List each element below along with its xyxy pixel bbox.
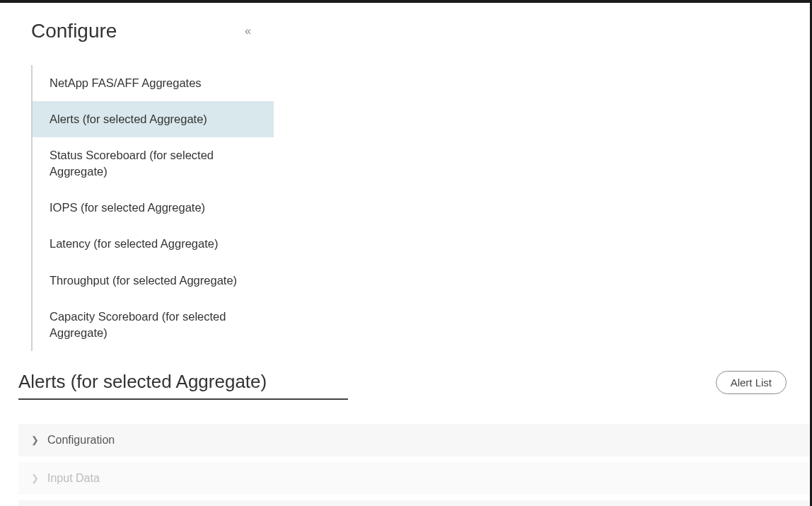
section-input-data: ❯ Input Data [18, 462, 812, 495]
main-header: Alerts (for selected Aggregate) Alert Li… [0, 371, 812, 400]
sidebar-item-throughput[interactable]: Throughput (for selected Aggregate) [33, 263, 274, 299]
sidebar-item-netapp-aggregates[interactable]: NetApp FAS/AFF Aggregates [33, 65, 274, 101]
chevron-right-icon: ❯ [31, 473, 39, 483]
section-input-transformation[interactable]: ❯ Input Transformation [18, 500, 812, 506]
alert-list-button[interactable]: Alert List [716, 371, 787, 394]
sidebar-title: Configure [31, 20, 117, 42]
sidebar-header: Configure « [0, 20, 274, 42]
sidebar-item-latency[interactable]: Latency (for selected Aggregate) [33, 226, 274, 262]
section-configuration[interactable]: ❯ Configuration [18, 424, 812, 456]
sidebar-item-status-scoreboard[interactable]: Status Scoreboard (for selected Aggregat… [33, 137, 274, 190]
page-title: Alerts (for selected Aggregate) [18, 371, 348, 400]
chevron-right-icon: ❯ [31, 435, 39, 445]
sidebar-item-alerts[interactable]: Alerts (for selected Aggregate) [33, 101, 274, 137]
sidebar-items: NetApp FAS/AFF Aggregates Alerts (for se… [31, 65, 274, 351]
main-panel: Alerts (for selected Aggregate) Alert Li… [0, 351, 812, 506]
sidebar-item-iops[interactable]: IOPS (for selected Aggregate) [33, 190, 274, 226]
sidebar: Configure « NetApp FAS/AFF Aggregates Al… [0, 3, 274, 351]
section-label: Configuration [47, 434, 115, 447]
collapse-sidebar-icon[interactable]: « [245, 25, 251, 38]
sidebar-item-capacity-scoreboard[interactable]: Capacity Scoreboard (for selected Aggreg… [33, 299, 274, 351]
section-label: Input Data [47, 472, 100, 485]
